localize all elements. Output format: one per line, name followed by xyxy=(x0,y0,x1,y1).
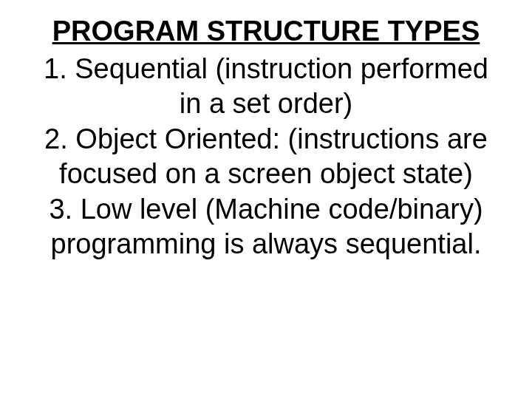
body-line-1: 1. Sequential (instruction performed xyxy=(15,52,517,87)
body-line-4: focused on a screen object state) xyxy=(15,157,517,192)
body-line-5: 3. Low level (Machine code/binary) xyxy=(15,192,517,228)
body-line-2: in a set order) xyxy=(15,86,517,122)
body-line-3: 2. Object Oriented: (instructions are xyxy=(15,122,517,157)
slide-title: PROGRAM STRUCTURE TYPES xyxy=(15,15,517,49)
body-line-6: programming is always sequential. xyxy=(15,227,517,262)
slide-content: PROGRAM STRUCTURE TYPES 1. Sequential (i… xyxy=(15,15,517,262)
